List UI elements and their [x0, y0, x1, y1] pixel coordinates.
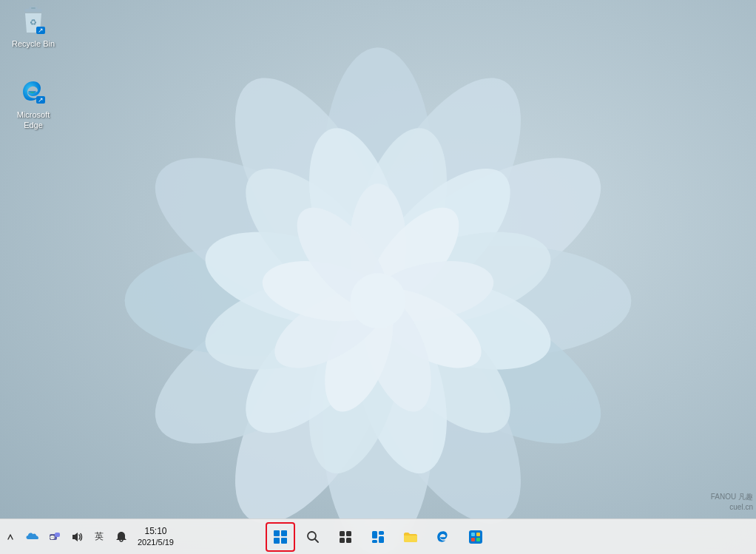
clock-date: 2021/5/19: [138, 537, 174, 547]
svg-rect-57: [476, 538, 480, 541]
watermark-line1: FANOU 凡趣: [711, 492, 753, 502]
search-icon: [306, 530, 320, 544]
svg-rect-49: [372, 531, 377, 538]
windows-logo-icon: [274, 530, 287, 544]
clock-time: 15:10: [144, 526, 166, 538]
recycle-bin-image: ♻ ↗: [18, 6, 48, 36]
svg-text:↗: ↗: [38, 27, 44, 34]
clock[interactable]: 15:10 2021/5/19: [133, 524, 178, 550]
svg-rect-45: [340, 531, 345, 536]
svg-point-43: [308, 532, 316, 540]
svg-rect-54: [471, 533, 475, 536]
volume-icon: [71, 531, 83, 543]
volume-button[interactable]: [67, 524, 87, 550]
widgets-icon: [371, 530, 385, 544]
svg-rect-52: [379, 536, 384, 543]
file-explorer-icon: [403, 530, 418, 544]
chevron-up-icon: [7, 532, 14, 542]
teams-icon: 💬: [49, 531, 61, 543]
svg-rect-48: [346, 538, 351, 543]
svg-rect-53: [469, 530, 482, 544]
store-icon: [468, 530, 483, 544]
search-button[interactable]: [298, 522, 328, 552]
teams-button[interactable]: 💬: [44, 524, 65, 550]
svg-rect-47: [340, 538, 345, 543]
recycle-bin-icon[interactable]: ♻ ↗ Recycle Bin: [6, 3, 61, 52]
svg-text:💬: 💬: [50, 535, 55, 541]
svg-marker-61: [72, 533, 78, 541]
onedrive-icon: [26, 533, 39, 541]
onedrive-button[interactable]: [22, 524, 43, 550]
desktop: ♻ ↗ Recycle Bin: [0, 0, 756, 554]
svg-text:♻: ♻: [30, 18, 37, 27]
language-button[interactable]: 英: [89, 524, 109, 550]
store-button[interactable]: [461, 522, 490, 552]
taskbar: 💬 英: [0, 518, 756, 554]
watermark: FANOU 凡趣 cuel.cn: [711, 492, 753, 513]
edge-label: Microsoft Edge: [9, 109, 58, 131]
system-tray: 💬 英: [0, 524, 178, 550]
svg-text:↗: ↗: [38, 96, 44, 104]
svg-rect-46: [346, 531, 351, 536]
widgets-button[interactable]: [363, 522, 393, 552]
taskbar-center: [266, 522, 490, 552]
language-label: 英: [95, 530, 104, 543]
svg-rect-56: [471, 538, 475, 541]
watermark-line2: cuel.cn: [711, 502, 753, 513]
notifications-button[interactable]: [111, 524, 132, 550]
edge-icon[interactable]: ↗ Microsoft Edge: [6, 74, 61, 134]
edge-taskbar-button[interactable]: [428, 522, 458, 552]
notifications-icon: [115, 531, 127, 543]
show-hidden-icons-button[interactable]: [0, 524, 21, 550]
svg-line-44: [315, 539, 318, 542]
svg-rect-59: [55, 533, 60, 537]
svg-rect-50: [379, 531, 384, 535]
file-explorer-button[interactable]: [396, 522, 425, 552]
edge-image: ↗: [18, 77, 48, 107]
edge-taskbar-icon: [436, 530, 450, 544]
svg-rect-55: [476, 533, 480, 536]
task-view-button[interactable]: [331, 522, 360, 552]
svg-point-34: [351, 273, 406, 328]
svg-rect-38: [31, 7, 36, 9]
recycle-bin-label: Recycle Bin: [12, 38, 55, 49]
start-button[interactable]: [266, 522, 295, 552]
task-view-icon: [339, 530, 352, 544]
svg-rect-51: [372, 540, 377, 543]
